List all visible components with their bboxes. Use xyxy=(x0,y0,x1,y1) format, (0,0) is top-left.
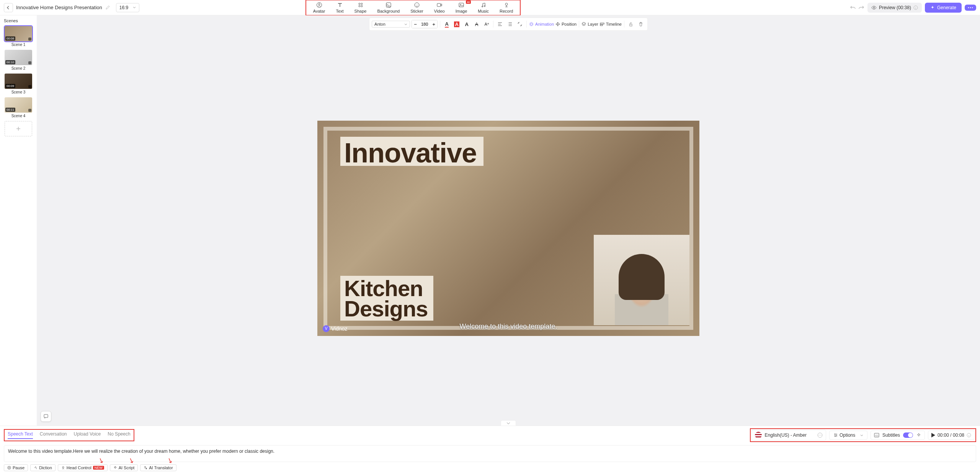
ai-translator-chip[interactable]: ↘ AI Translator xyxy=(140,464,176,471)
svg-point-16 xyxy=(873,7,874,8)
highlight-button[interactable]: A xyxy=(452,20,461,28)
head-control-chip[interactable]: ↘ Head Control NEW xyxy=(58,464,108,471)
svg-point-20 xyxy=(972,7,973,8)
svg-rect-24 xyxy=(600,25,603,26)
video-tool[interactable]: Video xyxy=(429,1,450,14)
svg-point-3 xyxy=(361,3,363,5)
svg-point-2 xyxy=(359,3,360,5)
add-scene-button[interactable] xyxy=(5,121,32,136)
text-icon xyxy=(337,2,343,8)
size-increase[interactable]: + xyxy=(430,20,437,28)
title-block-1[interactable]: Innovative xyxy=(340,137,483,166)
tab-no-speech[interactable]: No Speech xyxy=(108,431,130,439)
animation-button[interactable]: Animation xyxy=(529,22,554,26)
info-icon xyxy=(913,5,918,10)
svg-rect-10 xyxy=(437,3,441,7)
ai-badge: AI xyxy=(466,0,471,4)
size-decrease[interactable]: − xyxy=(412,20,419,28)
music-tool[interactable]: Music xyxy=(472,1,494,14)
svg-text:CC: CC xyxy=(875,434,879,437)
sticker-tool[interactable]: Sticker xyxy=(405,1,429,14)
svg-rect-26 xyxy=(44,414,48,418)
cc-icon: CC xyxy=(874,433,879,437)
scenes-title: Scenes xyxy=(4,18,18,23)
speech-text-input[interactable]: Welcome to this video template.Here we w… xyxy=(4,445,976,462)
scene-thumb-1[interactable]: 00:08 Scene 1 xyxy=(5,26,32,47)
scenes-panel: Scenes 00:08 Scene 1 00:10 Scene 2 00:09… xyxy=(0,15,37,426)
voice-more-icon xyxy=(817,432,823,438)
caption-text[interactable]: Welcome to this video template. xyxy=(460,323,557,331)
scene-thumb-2[interactable]: 00:10 Scene 2 xyxy=(5,50,32,70)
delete-button[interactable] xyxy=(637,20,645,28)
background-icon xyxy=(385,2,392,8)
position-button[interactable]: Position xyxy=(555,22,577,26)
eye-icon xyxy=(871,5,877,10)
svg-point-37 xyxy=(8,466,11,469)
music-icon xyxy=(480,2,487,8)
speech-tabs: Speech Text Conversation Upload Voice No… xyxy=(4,429,134,441)
diction-chip[interactable]: Diction xyxy=(30,464,56,471)
align-button[interactable] xyxy=(496,20,504,28)
preview-button[interactable]: Preview (00:38) xyxy=(867,3,922,13)
project-title: Innovative Home Designs Presentation xyxy=(16,5,102,10)
more-button[interactable] xyxy=(965,5,976,11)
scene-thumb-4[interactable]: 00:11 Scene 4 xyxy=(5,97,32,118)
strike-button[interactable]: A xyxy=(472,20,481,28)
scene-thumb-3[interactable]: 00:09 Scene 3 xyxy=(5,74,32,94)
layer-button[interactable]: Layer xyxy=(581,22,598,26)
sticker-icon xyxy=(414,2,420,8)
svg-point-14 xyxy=(484,5,485,7)
text-toolbar: Anton − + A A A A Aᵃ xyxy=(369,18,648,31)
back-button[interactable] xyxy=(4,3,13,12)
bold-button[interactable]: A xyxy=(462,20,471,28)
video-icon xyxy=(436,2,443,8)
redo-button[interactable] xyxy=(858,5,864,10)
undo-button[interactable] xyxy=(850,5,856,10)
svg-point-19 xyxy=(970,7,971,8)
svg-point-28 xyxy=(818,435,819,436)
canvas[interactable]: Innovative Kitchen Designs Welcome to th… xyxy=(317,121,699,336)
sparkle-icon[interactable] xyxy=(916,432,921,438)
image-tool[interactable]: AI Image xyxy=(450,1,473,14)
svg-point-8 xyxy=(416,4,416,5)
voice-select[interactable]: English(US) - Amber xyxy=(751,430,826,441)
time-display: 00:00 / 00:08 xyxy=(938,432,964,438)
record-tool[interactable]: Record xyxy=(494,1,518,14)
ratio-value: 16:9 xyxy=(119,5,128,10)
collapse-panel-button[interactable] xyxy=(501,420,516,426)
case-button[interactable]: Aᵃ xyxy=(482,20,491,28)
shape-tool[interactable]: Shape xyxy=(349,1,372,14)
svg-point-9 xyxy=(417,4,418,5)
svg-point-18 xyxy=(968,7,969,8)
feedback-button[interactable] xyxy=(41,411,51,422)
sparkle-icon xyxy=(930,5,935,10)
tab-upload-voice[interactable]: Upload Voice xyxy=(74,431,101,439)
pause-chip[interactable]: Pause xyxy=(4,464,28,471)
text-color-button[interactable]: A xyxy=(443,20,451,28)
avatar-tool[interactable]: Avatar xyxy=(308,1,331,14)
generate-button[interactable]: Generate xyxy=(925,3,962,13)
font-size-input[interactable] xyxy=(419,22,430,26)
lock-button[interactable] xyxy=(627,20,635,28)
text-tool[interactable]: Text xyxy=(330,1,349,14)
subtitles-toggle[interactable] xyxy=(903,432,913,438)
background-tool[interactable]: Background xyxy=(372,1,405,14)
svg-rect-25 xyxy=(630,24,632,26)
list-button[interactable] xyxy=(506,20,514,28)
play-button[interactable] xyxy=(931,433,935,437)
options-select[interactable]: Options xyxy=(829,431,867,440)
tab-speech-text[interactable]: Speech Text xyxy=(8,431,33,439)
aspect-ratio-select[interactable]: 16:9 xyxy=(116,3,139,12)
timeline-button[interactable]: Timeline xyxy=(600,22,622,26)
font-select[interactable]: Anton xyxy=(372,21,410,28)
top-tools-group: Avatar Text Shape Background Sticker Vid… xyxy=(305,0,521,16)
tab-conversation[interactable]: Conversation xyxy=(40,431,67,439)
vidnoz-logo: VVidnoz xyxy=(323,325,348,332)
spacing-button[interactable] xyxy=(516,20,524,28)
title-block-2[interactable]: Kitchen Designs xyxy=(340,276,433,321)
avatar-preview[interactable] xyxy=(594,235,689,325)
ai-script-chip[interactable]: ↘ AI Script xyxy=(110,464,138,471)
svg-point-31 xyxy=(835,434,835,434)
svg-point-15 xyxy=(505,3,508,5)
edit-title-icon[interactable] xyxy=(105,5,110,10)
